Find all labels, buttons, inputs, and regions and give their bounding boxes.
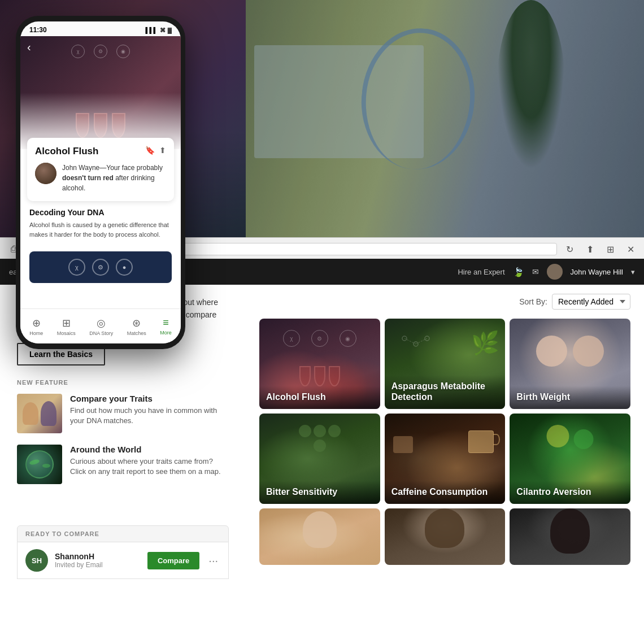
share-icon[interactable]: ⬆ bbox=[159, 146, 166, 155]
compare-person-info: ShannonH Invited by Email bbox=[55, 552, 141, 569]
cilantro-title: Cilantro Aversion bbox=[516, 486, 624, 497]
nav-hire-expert[interactable]: Hire an Expert bbox=[458, 268, 504, 276]
phone-dna-icon-3: ● bbox=[116, 259, 133, 276]
birth-weight-overlay: Birth Weight bbox=[510, 386, 630, 409]
trait-card-bottom3[interactable] bbox=[510, 508, 630, 565]
trait-card-bitter[interactable]: Bitter Sensitivity bbox=[259, 414, 380, 504]
trait-card-bottom1[interactable] bbox=[259, 508, 380, 565]
compare-traits-text: Compare your Traits Find out how much yo… bbox=[70, 394, 229, 426]
caffeine-title: Caffeine Consumption bbox=[391, 486, 499, 497]
compare-more-button[interactable]: ··· bbox=[206, 554, 220, 567]
phone-user-name: John Wayne bbox=[62, 164, 99, 172]
dna-chain bbox=[393, 327, 438, 375]
phone-trait-card: Alcohol Flush 🔖 ⬆ John Wayne—Your face p… bbox=[27, 138, 174, 201]
phone-dna-icon-2: ⚙ bbox=[92, 259, 109, 276]
trait-card-bottom2[interactable] bbox=[385, 508, 506, 565]
cilantro-overlay: Cilantro Aversion bbox=[510, 481, 630, 504]
phone-decoding-section: Decoding Your DNA Alcohol flush is cause… bbox=[20, 201, 181, 246]
phone-nav-mosaics[interactable]: ⊞ Mosaics bbox=[57, 317, 76, 336]
phone-nav-bar: ⊕ Home ⊞ Mosaics ◎ DNA Story ⊛ Matches ≡… bbox=[20, 308, 181, 343]
compare-traits-title: Compare your Traits bbox=[70, 394, 229, 403]
phone-user-avatar bbox=[35, 163, 56, 184]
phone-screen: 11:30 ▌▌▌ ⌘ ▓ χ ⚙ ◉ bbox=[20, 21, 181, 343]
nav-mail-icon[interactable]: ✉ bbox=[532, 267, 539, 276]
traits-grid-row2: Bitter Sensitivity Caffeine Consumption bbox=[259, 414, 630, 504]
trait-card-asparagus[interactable]: 🌿 Asparagus Metabolite Detection bbox=[385, 319, 506, 409]
trait-card-cilantro[interactable]: Cilantro Aversion bbox=[510, 414, 630, 504]
compare-traits-desc: Find out how much you have in common wit… bbox=[70, 406, 229, 426]
sort-row: Sort By: Recently Added Alphabetical Mos… bbox=[259, 294, 630, 310]
around-world-thumb bbox=[17, 445, 62, 484]
asparagus-overlay: Asparagus Metabolite Detection bbox=[385, 375, 506, 409]
around-world-desc: Curious about where your traits came fro… bbox=[70, 456, 229, 477]
ready-compare-section: READY TO COMPARE SH ShannonH Invited by … bbox=[0, 525, 246, 579]
phone-decoding-title: Decoding Your DNA bbox=[29, 208, 172, 217]
ready-compare-item: SH ShannonH Invited by Email Compare ··· bbox=[17, 542, 229, 579]
phone-card-action-icons: 🔖 ⬆ bbox=[145, 146, 166, 155]
nav-leaf-icon: 🍃 bbox=[513, 267, 524, 277]
bitter-overlay: Bitter Sensitivity bbox=[259, 481, 380, 504]
feature-around-world[interactable]: Around the World Curious about where you… bbox=[17, 445, 229, 484]
trait-card-alcohol-flush[interactable]: χ ⚙ ◉ Alcohol Flush bbox=[259, 319, 380, 409]
wifi-icon: ⌘ bbox=[160, 27, 166, 33]
birth-weight-title: Birth Weight bbox=[516, 391, 624, 402]
phone-nav-more-label: More bbox=[160, 330, 172, 336]
bottom2-bg bbox=[385, 508, 506, 565]
phone-nav-home-label: Home bbox=[29, 330, 43, 336]
asparagus-title: Asparagus Metabolite Detection bbox=[391, 381, 499, 402]
browser-share2-btn[interactable]: ⬆ bbox=[582, 241, 598, 257]
battery-icon: ▓ bbox=[168, 27, 172, 33]
bookmark-icon[interactable]: 🔖 bbox=[145, 146, 155, 155]
phone-status-bar: 11:30 ▌▌▌ ⌘ ▓ bbox=[20, 21, 181, 36]
phone-device: 11:30 ▌▌▌ ⌘ ▓ χ ⚙ ◉ bbox=[16, 16, 185, 349]
browser-new-tab-btn[interactable]: ⊞ bbox=[602, 241, 618, 257]
home-icon: ⊕ bbox=[32, 317, 41, 329]
compare-person-subtitle: Invited by Email bbox=[55, 561, 141, 569]
phone-nav-dna-label: DNA Story bbox=[89, 330, 113, 336]
phone-time: 11:30 bbox=[29, 26, 47, 34]
phone-dna-icon-1: χ bbox=[68, 259, 85, 276]
phone-nav-matches[interactable]: ⊛ Matches bbox=[127, 317, 146, 336]
phone-card-header: Alcohol Flush 🔖 ⬆ bbox=[35, 146, 166, 157]
more-icon: ≡ bbox=[163, 317, 169, 329]
ready-compare-header: READY TO COMPARE bbox=[17, 525, 229, 542]
compare-button[interactable]: Compare bbox=[147, 552, 199, 569]
nav-username[interactable]: John Wayne Hill bbox=[571, 268, 623, 276]
asparagus-visual: 🌿 bbox=[471, 330, 499, 356]
traits-grid-row3 bbox=[259, 508, 630, 565]
alcohol-flush-title: Alcohol Flush bbox=[266, 391, 373, 402]
bottom1-bg bbox=[259, 508, 380, 565]
matches-icon: ⊛ bbox=[132, 317, 141, 329]
compare-person-avatar: SH bbox=[25, 549, 48, 572]
sort-select[interactable]: Recently Added Alphabetical Most Popular bbox=[552, 294, 630, 310]
phone-signal-icons: ▌▌▌ ⌘ ▓ bbox=[145, 27, 172, 33]
alcohol-flush-overlay: Alcohol Flush bbox=[259, 386, 380, 409]
around-world-title: Around the World bbox=[70, 445, 229, 454]
sort-label: Sort By: bbox=[519, 297, 547, 306]
new-feature-label: NEW FEATURE bbox=[17, 379, 229, 386]
phone-nav-home[interactable]: ⊕ Home bbox=[29, 317, 43, 336]
browser-reload-btn[interactable]: ↻ bbox=[562, 241, 577, 257]
phone-nav-matches-label: Matches bbox=[127, 330, 146, 336]
nav-avatar[interactable] bbox=[547, 264, 563, 280]
phone-dna-visual: χ ⚙ ● bbox=[29, 251, 172, 283]
phone-back-button[interactable]: ‹ bbox=[27, 41, 31, 54]
mosaics-icon: ⊞ bbox=[62, 317, 71, 329]
browser-close-btn[interactable]: ✕ bbox=[623, 241, 638, 257]
feature-compare-traits[interactable]: Compare your Traits Find out how much yo… bbox=[17, 394, 229, 433]
traits-grid-row1: χ ⚙ ◉ Alcohol Flush bbox=[259, 319, 630, 409]
trait-card-birth-weight[interactable]: Birth Weight bbox=[510, 319, 630, 409]
bottom3-bg bbox=[510, 508, 630, 565]
compare-traits-thumb bbox=[17, 394, 62, 433]
phone-hero-image: χ ⚙ ◉ ‹ bbox=[20, 36, 181, 149]
trait-card-caffeine[interactable]: Caffeine Consumption bbox=[385, 414, 506, 504]
compare-person-name: ShannonH bbox=[55, 552, 141, 561]
compare-initials: SH bbox=[32, 556, 42, 565]
phone-decoding-text: Alcohol flush is caused by a genetic dif… bbox=[29, 220, 172, 239]
phone-nav-dna-story[interactable]: ◎ DNA Story bbox=[89, 317, 113, 336]
phone-card-body: John Wayne—Your face probably doesn't tu… bbox=[35, 163, 166, 193]
bitter-title: Bitter Sensitivity bbox=[266, 486, 373, 497]
nav-chevron-icon: ▾ bbox=[631, 268, 635, 276]
right-content: Sort By: Recently Added Alphabetical Mos… bbox=[246, 285, 644, 574]
phone-nav-more[interactable]: ≡ More bbox=[160, 317, 172, 336]
